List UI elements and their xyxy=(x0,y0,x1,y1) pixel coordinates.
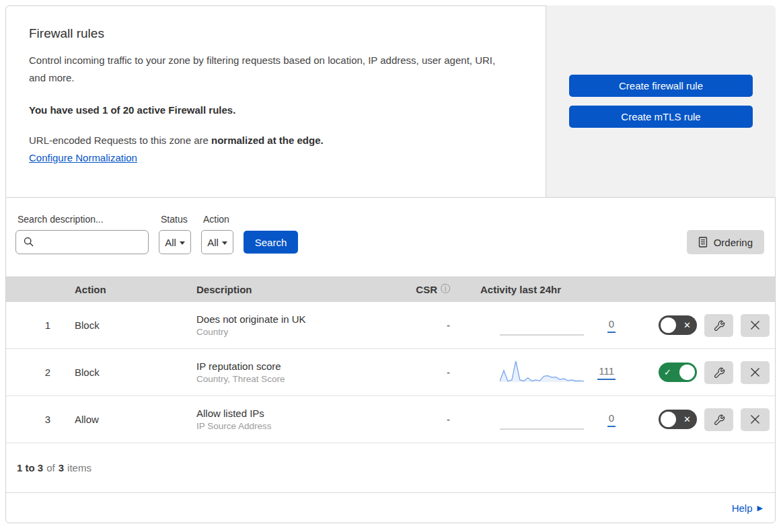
delete-rule-button[interactable] xyxy=(741,314,770,337)
wrench-icon xyxy=(713,319,725,332)
create-firewall-rule-button[interactable]: Create firewall rule xyxy=(569,75,753,97)
rule-csr-value: - xyxy=(403,367,453,378)
rule-controls: ✓ ✕ xyxy=(625,361,775,384)
activity-sparkline xyxy=(500,358,584,387)
usage-summary: You have used 1 of 20 active Firewall ru… xyxy=(29,104,519,116)
rule-activity-cell: 111 xyxy=(453,358,625,387)
activity-sparkline xyxy=(500,311,584,340)
rule-activity-cell: 0 xyxy=(453,406,625,434)
page-description: Control incoming traffic to your zone by… xyxy=(29,52,503,87)
rule-csr-value: - xyxy=(403,414,453,425)
x-icon: ✕ xyxy=(683,321,691,330)
edit-rule-button[interactable] xyxy=(704,361,733,384)
toggle-knob xyxy=(661,317,676,333)
help-link[interactable]: Help ▶ xyxy=(732,502,763,514)
column-csr: CSR ⓘ xyxy=(403,283,453,295)
rule-priority: 3 xyxy=(6,414,60,425)
firewall-intro-card: Firewall rules Control incoming traffic … xyxy=(5,5,546,197)
delete-rule-button[interactable] xyxy=(741,361,770,384)
help-bar: Help ▶ xyxy=(6,493,775,523)
rule-controls: ✓ ✕ xyxy=(625,314,775,337)
activity-count-link[interactable]: 111 xyxy=(597,365,616,380)
enable-toggle[interactable]: ✓ ✕ xyxy=(659,315,697,335)
action-select[interactable]: All xyxy=(201,230,233,254)
activity-sparkline xyxy=(500,406,584,434)
rule-description-cell: Does not originate in UK Country xyxy=(191,313,403,337)
column-action: Action xyxy=(60,284,191,295)
activity-count-link[interactable]: 0 xyxy=(607,318,616,333)
rule-fields: IP Source Address xyxy=(196,421,403,431)
check-icon: ✓ xyxy=(664,368,671,377)
rule-description[interactable]: IP reputation score xyxy=(196,360,403,372)
chevron-down-icon xyxy=(180,241,185,245)
items-total: 3 xyxy=(59,462,64,473)
column-description: Description xyxy=(191,284,403,295)
rules-list-card: Search description... Status All Action xyxy=(5,197,776,523)
rule-action: Allow xyxy=(60,414,191,425)
create-mtls-rule-button[interactable]: Create mTLS rule xyxy=(569,106,753,128)
edit-rule-button[interactable] xyxy=(704,408,733,431)
rule-priority: 2 xyxy=(6,367,60,378)
x-icon: ✕ xyxy=(683,415,691,424)
wrench-icon xyxy=(713,367,725,379)
rule-action: Block xyxy=(60,367,191,378)
normalization-bold-text: normalized at the edge. xyxy=(211,135,324,146)
page-title: Firewall rules xyxy=(29,26,519,41)
rule-action: Block xyxy=(60,319,191,331)
list-icon xyxy=(698,237,708,248)
rule-description[interactable]: Allow listed IPs xyxy=(196,408,403,419)
search-button[interactable]: Search xyxy=(244,231,298,254)
status-filter-group: Status All xyxy=(159,214,191,254)
items-range: 1 to 3 xyxy=(17,462,43,473)
close-icon xyxy=(749,414,761,425)
chevron-right-icon: ▶ xyxy=(757,504,763,512)
rule-priority: 1 xyxy=(6,319,60,331)
rule-description-cell: IP reputation score Country, Threat Scor… xyxy=(191,360,403,384)
activity-count-link[interactable]: 0 xyxy=(607,412,616,427)
wrench-icon xyxy=(713,414,725,426)
search-label: Search description... xyxy=(17,214,149,225)
rule-controls: ✓ ✕ xyxy=(625,408,775,431)
search-group: Search description... xyxy=(15,214,149,254)
rules-table-body: 1 Block Does not originate in UK Country… xyxy=(6,302,775,443)
rule-fields: Country, Threat Score xyxy=(196,374,403,384)
search-icon xyxy=(23,236,35,248)
table-footer: 1 to 3 of 3 items xyxy=(6,443,775,493)
action-filter-group: Action All xyxy=(201,214,233,254)
toggle-knob xyxy=(661,412,676,427)
search-input[interactable] xyxy=(15,230,149,254)
enable-toggle[interactable]: ✓ ✕ xyxy=(659,363,697,382)
filter-bar: Search description... Status All Action xyxy=(6,198,775,276)
rule-description-cell: Allow listed IPs IP Source Address xyxy=(191,408,403,431)
rule-activity-cell: 0 xyxy=(453,311,625,340)
status-select[interactable]: All xyxy=(159,230,191,254)
normalization-text: URL-encoded Requests to this zone are xyxy=(29,135,209,146)
status-label: Status xyxy=(161,214,191,225)
ordering-button-label: Ordering xyxy=(714,237,753,248)
rule-csr-value: - xyxy=(403,319,453,331)
close-icon xyxy=(749,319,761,331)
delete-rule-button[interactable] xyxy=(741,408,770,431)
enable-toggle[interactable]: ✓ ✕ xyxy=(659,410,697,429)
table-row: 1 Block Does not originate in UK Country… xyxy=(6,302,775,349)
actions-panel: Create firewall rule Create mTLS rule xyxy=(546,5,776,197)
info-icon[interactable]: ⓘ xyxy=(441,283,450,295)
chevron-down-icon xyxy=(222,241,227,245)
top-section: Firewall rules Control incoming traffic … xyxy=(5,5,776,197)
rule-fields: Country xyxy=(196,327,403,337)
of-text: of xyxy=(46,462,55,473)
normalization-note: URL-encoded Requests to this zone are no… xyxy=(29,135,519,146)
action-selected-value: All xyxy=(207,237,219,248)
firewall-rules-page: Firewall rules Control incoming traffic … xyxy=(5,5,776,523)
status-selected-value: All xyxy=(165,237,176,248)
csr-header-label: CSR xyxy=(416,284,437,295)
table-row: 3 Allow Allow listed IPs IP Source Addre… xyxy=(6,396,775,443)
help-label: Help xyxy=(732,502,753,514)
configure-normalization-link[interactable]: Configure Normalization xyxy=(29,152,137,163)
toggle-knob xyxy=(679,365,695,380)
edit-rule-button[interactable] xyxy=(704,314,733,337)
rule-description[interactable]: Does not originate in UK xyxy=(196,313,403,325)
close-icon xyxy=(749,367,761,378)
column-activity: Activity last 24hr xyxy=(453,284,625,295)
ordering-button[interactable]: Ordering xyxy=(687,230,764,254)
